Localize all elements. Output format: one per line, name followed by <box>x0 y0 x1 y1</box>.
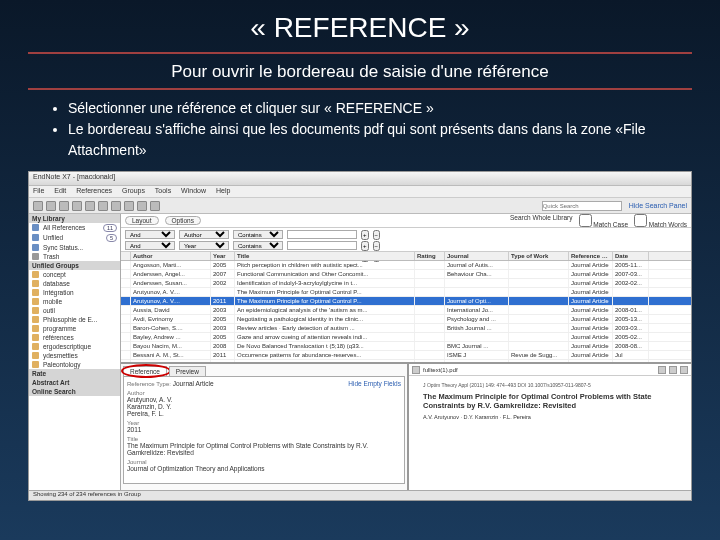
menu-edit[interactable]: Edit <box>54 187 66 194</box>
col-date[interactable]: Date <box>613 252 649 260</box>
col-journal[interactable]: Journal <box>445 252 509 260</box>
sidebar-group[interactable]: ydesmetties <box>29 351 120 360</box>
hide-search-link[interactable]: Hide Search Panel <box>629 202 687 209</box>
col-rating[interactable]: Rating <box>415 252 445 260</box>
search-add[interactable]: + <box>361 241 369 251</box>
sidebar-group[interactable]: outil <box>29 306 120 315</box>
quick-search-input[interactable] <box>542 201 622 211</box>
ref-field-value[interactable]: The Maximum Principle for Optimal Contro… <box>127 442 401 456</box>
col-clip[interactable] <box>121 252 131 260</box>
endnote-window: EndNote X7 - [macdonald] File Edit Refer… <box>28 171 692 501</box>
sidebar-unfiled[interactable]: Unfiled5 <box>29 233 120 243</box>
options-button[interactable]: Options <box>165 216 201 225</box>
globe-icon[interactable] <box>33 201 43 211</box>
search-value[interactable] <box>287 230 357 239</box>
search-remove[interactable]: − <box>373 241 381 251</box>
table-row[interactable]: Angosson, Marti...2005Pitch perception i… <box>121 261 691 270</box>
table-row[interactable]: Bayley, Andrew ...2005Gaze and arrow cue… <box>121 333 691 342</box>
menubar[interactable]: File Edit References Groups Tools Window… <box>29 186 691 198</box>
sidebar-all-references[interactable]: All References11 <box>29 223 120 233</box>
table-row[interactable]: Anderssen, Susan...2002Identification of… <box>121 279 691 288</box>
sidebar-sync[interactable]: Sync Status... <box>29 243 120 252</box>
col-author[interactable]: Author <box>131 252 211 260</box>
search-remove[interactable]: − <box>373 230 381 240</box>
sidebar-rate[interactable]: Rate <box>29 369 120 378</box>
menu-tools[interactable]: Tools <box>155 187 171 194</box>
table-row[interactable]: Arutyunov, A. V....2011The Maximum Princ… <box>121 297 691 306</box>
window-titlebar: EndNote X7 - [macdonald] <box>29 172 691 186</box>
search-field[interactable]: Author <box>179 230 229 239</box>
col-typeofwork[interactable]: Type of Work <box>509 252 569 260</box>
fulltext-icon[interactable] <box>111 201 121 211</box>
folder-icon[interactable] <box>59 201 69 211</box>
sidebar-group[interactable]: Intégration <box>29 288 120 297</box>
match-case-checkbox[interactable]: Match Case <box>579 214 629 228</box>
sidebar-group[interactable]: Paleontology <box>29 360 120 369</box>
book-icon[interactable] <box>46 201 56 211</box>
sidebar-trash[interactable]: Trash <box>29 252 120 261</box>
search-value[interactable] <box>287 241 357 250</box>
ref-field-value[interactable]: 2011 <box>127 426 401 433</box>
ref-field-value[interactable]: Arutyunov, A. V.Karamzin, D. Y.Pereira, … <box>127 396 401 417</box>
table-row[interactable]: Aussia, David2003An epidemiological anal… <box>121 306 691 315</box>
link-icon[interactable] <box>124 201 134 211</box>
toolbar: Hide Search Panel <box>29 198 691 214</box>
status-bar: Showing 234 of 234 references in Group <box>29 490 691 500</box>
match-words-checkbox[interactable]: Match Words <box>634 214 687 228</box>
col-year[interactable]: Year <box>211 252 235 260</box>
table-row[interactable]: Avdi, Evrinomy2005Negotiating a patholog… <box>121 315 691 324</box>
sidebar-online-search[interactable]: Online Search <box>29 387 120 396</box>
library-sidebar: My Library All References11 Unfiled5 Syn… <box>29 214 121 490</box>
sidebar-group[interactable]: ergodescriptique <box>29 342 120 351</box>
search-rel[interactable]: Contains <box>233 230 283 239</box>
col-reftype[interactable]: Reference Type <box>569 252 613 260</box>
export-icon[interactable] <box>98 201 108 211</box>
menu-help[interactable]: Help <box>216 187 230 194</box>
reftype-value[interactable]: Journal Article <box>173 380 214 387</box>
search-rel[interactable]: Contains <box>233 241 283 250</box>
layout-button[interactable]: Layout <box>125 216 159 225</box>
menu-groups[interactable]: Groups <box>122 187 145 194</box>
menu-references[interactable]: References <box>76 187 112 194</box>
pdf-zoom-icon[interactable] <box>680 366 688 374</box>
pdf-print-icon[interactable] <box>669 366 677 374</box>
ref-field-value[interactable]: Journal of Optimization Theory and Appli… <box>127 465 401 472</box>
help-icon[interactable] <box>150 201 160 211</box>
menu-file[interactable]: File <box>33 187 44 194</box>
sidebar-abstract-art[interactable]: Abstract Art <box>29 378 120 387</box>
email-icon[interactable] <box>137 201 147 211</box>
sync-icon[interactable] <box>72 201 82 211</box>
sidebar-groups-header: Unfiled Groups <box>29 261 120 270</box>
bullet: Sélectionner une référence et cliquer su… <box>68 98 692 119</box>
menu-window[interactable]: Window <box>181 187 206 194</box>
table-row[interactable]: Arutyunov, A. V....The Maximum Principle… <box>121 288 691 297</box>
search-add[interactable]: + <box>361 230 369 240</box>
pdf-save-icon[interactable] <box>658 366 666 374</box>
sidebar-group[interactable]: programme <box>29 324 120 333</box>
sidebar-group[interactable]: références <box>29 333 120 342</box>
table-row[interactable]: Anderssen, Angel...2007Functional Commun… <box>121 270 691 279</box>
hide-empty-fields[interactable]: Hide Empty Fields <box>348 380 401 387</box>
sidebar-group[interactable]: database <box>29 279 120 288</box>
pdf-toolbar: fulltext(1).pdf <box>409 364 691 376</box>
pdf-document: J Optim Theory Appl (2011) 149: 474–493 … <box>409 376 691 490</box>
search-panel: AndAuthorContains+−AndYearContains+−AndT… <box>121 228 691 252</box>
sidebar-group[interactable]: concept <box>29 270 120 279</box>
pdf-filename: fulltext(1).pdf <box>423 367 458 373</box>
search-op[interactable]: And <box>125 241 175 250</box>
table-row[interactable]: Bessani A. M., St...2011Occurrence patte… <box>121 351 691 360</box>
pdf-attach-icon[interactable] <box>412 366 420 374</box>
share-icon[interactable] <box>85 201 95 211</box>
search-field[interactable]: Year <box>179 241 229 250</box>
search-op[interactable]: And <box>125 230 175 239</box>
table-row[interactable]: Bayou Nacim, M...2008De Novo Balanced Tr… <box>121 342 691 351</box>
bullet: Le bordereau s'affiche ainsi que les doc… <box>68 119 692 161</box>
preview-tab[interactable]: Preview <box>169 366 206 376</box>
sidebar-group[interactable]: mobile <box>29 297 120 306</box>
table-row[interactable]: Baron-Cohen, S....2003Review articles · … <box>121 324 691 333</box>
annotation-circle <box>121 364 171 378</box>
col-title[interactable]: Title <box>235 252 415 260</box>
reference-panel: Reference Preview Reference Type: Journa… <box>121 364 409 490</box>
sidebar-group[interactable]: Philosophie de E... <box>29 315 120 324</box>
pdf-meta: J Optim Theory Appl (2011) 149: 474–493 … <box>423 382 677 388</box>
